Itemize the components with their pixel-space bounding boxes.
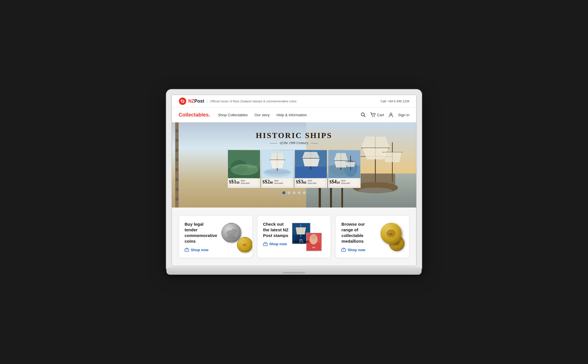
- nav-item-help[interactable]: Help & information: [276, 112, 307, 117]
- cart-button[interactable]: Cart: [370, 112, 384, 117]
- tagline-text: Official issuer of New Zealand stamps & …: [207, 100, 297, 103]
- nav-right: Cart Sign in: [361, 112, 409, 117]
- hero-banner: HISTORIC SHIPS of the 19th Century: [172, 122, 416, 208]
- card-stamps-image: 150 $1.40: [292, 221, 326, 253]
- nav-left: Collectables. Shop Collectables Our stor…: [179, 112, 307, 118]
- hero-subtitle: of the 19th Century: [270, 141, 318, 145]
- card-medallions-title: Browse our range of collectable medallio…: [341, 221, 368, 244]
- account-icon: [388, 112, 394, 117]
- laptop-base: [166, 268, 422, 275]
- card-stamps-title: Check out the latest NZ Post stamps: [263, 221, 289, 239]
- carousel-dot-1[interactable]: [282, 191, 285, 194]
- svg-line-3: [364, 116, 365, 117]
- stamp-3-country: NEWZEALAND: [308, 179, 317, 185]
- stamp-2-price: $$2 80 NEWZEALAND: [261, 178, 293, 185]
- nav-bar: Collectables. Shop Collectables Our stor…: [172, 108, 416, 122]
- card-medallions-shop-link[interactable]: Shop now: [341, 248, 368, 252]
- stamp-3-image: [295, 150, 327, 178]
- stamp-3[interactable]: $$3 60 NEWZEALAND: [295, 150, 327, 188]
- stamp-2[interactable]: $$2 80 NEWZEALAND: [261, 150, 294, 188]
- stamp-display-stack: 150 $1.40: [292, 221, 323, 253]
- stamp-2-country: NEWZEALAND: [274, 179, 283, 185]
- carousel-dots: [282, 191, 306, 194]
- svg-point-4: [372, 116, 373, 117]
- search-button[interactable]: [361, 112, 366, 117]
- cart-icon: [370, 112, 376, 117]
- search-icon: [361, 112, 366, 117]
- promo-card-stamps: Check out the latest NZ Post stamps Shop…: [257, 215, 331, 258]
- nzpost-brand-text: NZPost: [188, 99, 204, 104]
- nav-logo[interactable]: Collectables.: [179, 112, 210, 118]
- stamps-row: $$1 50 NEWZEALAND: [228, 150, 361, 188]
- screen-content: NZPost Official issuer of New Zealand st…: [172, 95, 416, 266]
- carousel-dot-2[interactable]: [287, 191, 290, 194]
- nav-item-shop-collectables[interactable]: Shop Collectables: [218, 112, 248, 117]
- svg-marker-38: [303, 158, 320, 166]
- card-coins-title: Buy legal tender commemorative coins: [185, 221, 217, 244]
- svg-point-26: [230, 164, 258, 175]
- stamp-3-price: $$3 60 NEWZEALAND: [295, 178, 327, 185]
- account-button[interactable]: [388, 112, 394, 117]
- card-medallions-content: Browse our range of collectable medallio…: [341, 221, 405, 253]
- signin-button[interactable]: Sign in: [398, 113, 409, 117]
- coin-design-gold: NZ: [238, 238, 252, 252]
- medallion-display-stack: NZ: [371, 221, 405, 253]
- nav-link-our-story[interactable]: Our story: [255, 113, 270, 117]
- card-stamps-shop-link[interactable]: Shop now: [263, 242, 289, 246]
- medallion-1-design: NZ: [380, 223, 402, 244]
- card-medallions-text: Browse our range of collectable medallio…: [341, 221, 371, 252]
- nav-logo-text: Collectables.: [179, 112, 210, 118]
- screen-bezel: NZPost Official issuer of New Zealand st…: [166, 90, 422, 268]
- laptop-frame: NZPost Official issuer of New Zealand st…: [166, 90, 422, 275]
- svg-text:NZ: NZ: [243, 244, 246, 247]
- nav-item-our-story[interactable]: Our story: [255, 112, 270, 117]
- card-stamps-text: Check out the latest NZ Post stamps Shop…: [263, 221, 292, 246]
- nav-link-help[interactable]: Help & information: [276, 113, 307, 117]
- carousel-dot-3[interactable]: [293, 191, 295, 194]
- medallion-display-1: NZ: [380, 223, 402, 244]
- stamp-1[interactable]: $$1 50 NEWZEALAND: [228, 150, 260, 188]
- nav-link-shop-collectables[interactable]: Shop Collectables: [218, 113, 248, 117]
- nav-links: Shop Collectables Our story Help & infor…: [218, 112, 307, 117]
- shop-icon-stamps: [263, 242, 268, 246]
- promo-card-coins: Buy legal tender commemorative coins Sho…: [179, 215, 253, 258]
- shop-icon-coins: [185, 248, 189, 252]
- svg-point-1: [182, 100, 183, 102]
- top-bar: NZPost Official issuer of New Zealand st…: [172, 95, 416, 108]
- svg-point-68: [311, 234, 316, 240]
- hero-content: HISTORIC SHIPS of the 19th Century: [172, 122, 416, 208]
- svg-marker-39: [302, 152, 320, 158]
- promo-cards-section: Buy legal tender commemorative coins Sho…: [172, 208, 416, 266]
- svg-point-54: [227, 235, 236, 239]
- nzpost-logo[interactable]: NZPost: [179, 97, 204, 105]
- shop-icon-medallions: [341, 248, 346, 252]
- card-coins-shop-link[interactable]: Shop now: [185, 248, 217, 252]
- svg-point-5: [374, 116, 375, 117]
- svg-point-33: [265, 170, 289, 174]
- stamp-1-country: NEWZEALAND: [241, 179, 250, 185]
- card-stamps-content: Check out the latest NZ Post stamps Shop…: [263, 221, 326, 253]
- svg-point-6: [390, 113, 392, 115]
- stamp-1-image: [228, 150, 260, 178]
- promo-card-medallions: Browse our range of collectable medallio…: [335, 215, 409, 258]
- top-bar-left: NZPost Official issuer of New Zealand st…: [179, 97, 297, 105]
- carousel-dot-4[interactable]: [298, 191, 301, 194]
- card-coins-content: Buy legal tender commemorative coins Sho…: [185, 221, 248, 253]
- phone-number: Call: +64 6 349 1234: [380, 100, 409, 103]
- cart-label: Cart: [377, 113, 384, 117]
- svg-marker-50: [346, 162, 355, 167]
- card-medallions-image: NZ: [371, 221, 405, 253]
- stamp-4-image: [328, 150, 360, 178]
- card-coins-image: NZ: [220, 221, 253, 253]
- nzpost-logo-icon: [179, 97, 187, 105]
- carousel-dot-5[interactable]: [303, 191, 306, 194]
- svg-marker-31: [270, 160, 284, 168]
- hero-title: HISTORIC SHIPS: [256, 131, 332, 140]
- stamp-2-image: [261, 150, 293, 178]
- svg-marker-63: [296, 227, 306, 234]
- stamp-4[interactable]: $$4 10 NEWZEALAND: [328, 150, 361, 188]
- gold-coin: NZ: [237, 237, 253, 253]
- card-coins-text: Buy legal tender commemorative coins Sho…: [185, 221, 220, 252]
- svg-marker-32: [270, 153, 284, 159]
- stamp-4-country: NEWZEALAND: [341, 179, 350, 185]
